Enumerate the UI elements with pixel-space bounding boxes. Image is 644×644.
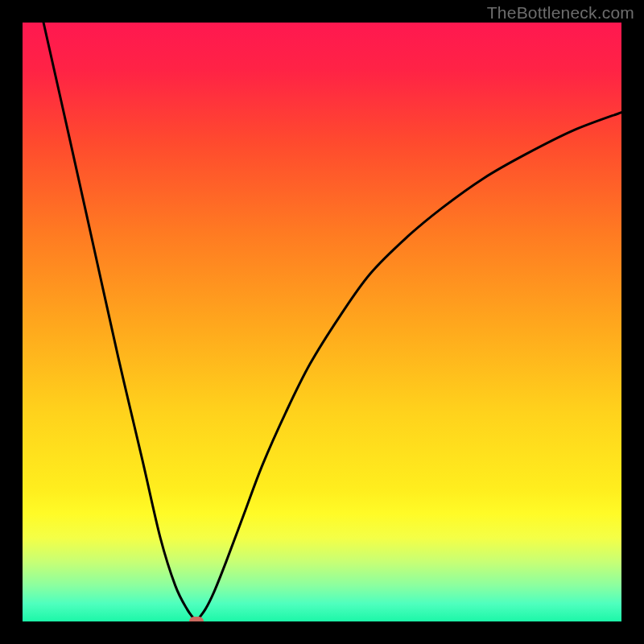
curve-right-branch bbox=[196, 113, 621, 621]
chart-frame: TheBottleneck.com bbox=[0, 0, 644, 644]
watermark-text: TheBottleneck.com bbox=[487, 3, 634, 23]
plot-area bbox=[23, 23, 621, 621]
bottleneck-curve bbox=[23, 23, 621, 621]
vertex-marker bbox=[189, 617, 204, 621]
curve-left-branch bbox=[43, 23, 196, 621]
